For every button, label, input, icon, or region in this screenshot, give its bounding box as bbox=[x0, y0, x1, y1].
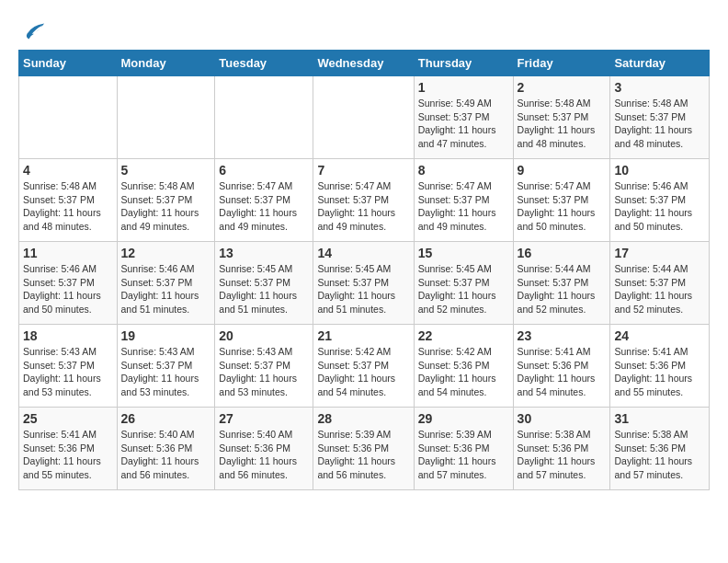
logo bbox=[18, 18, 46, 40]
calendar-cell: 11Sunrise: 5:46 AM Sunset: 5:37 PM Dayli… bbox=[19, 242, 118, 325]
day-number: 24 bbox=[614, 328, 705, 343]
day-info: Sunrise: 5:46 AM Sunset: 5:37 PM Dayligh… bbox=[614, 179, 705, 234]
day-number: 12 bbox=[121, 246, 211, 260]
day-info: Sunrise: 5:44 AM Sunset: 5:37 PM Dayligh… bbox=[614, 262, 705, 316]
day-number: 2 bbox=[518, 80, 607, 95]
day-info: Sunrise: 5:48 AM Sunset: 5:37 PM Dayligh… bbox=[23, 179, 113, 234]
day-number: 9 bbox=[518, 163, 607, 178]
calendar-cell: 31Sunrise: 5:38 AM Sunset: 5:36 PM Dayli… bbox=[610, 408, 710, 490]
day-number: 25 bbox=[23, 411, 113, 426]
day-number: 30 bbox=[518, 411, 607, 426]
day-info: Sunrise: 5:38 AM Sunset: 5:36 PM Dayligh… bbox=[518, 428, 607, 482]
calendar-cell: 20Sunrise: 5:43 AM Sunset: 5:37 PM Dayli… bbox=[215, 325, 313, 408]
day-number: 10 bbox=[614, 163, 705, 178]
day-header-friday: Friday bbox=[513, 51, 610, 76]
day-number: 27 bbox=[219, 411, 309, 426]
day-number: 4 bbox=[23, 163, 113, 178]
calendar-week-row: 11Sunrise: 5:46 AM Sunset: 5:37 PM Dayli… bbox=[19, 242, 710, 325]
day-number: 19 bbox=[121, 328, 211, 343]
day-info: Sunrise: 5:43 AM Sunset: 5:37 PM Dayligh… bbox=[121, 345, 211, 399]
day-info: Sunrise: 5:39 AM Sunset: 5:36 PM Dayligh… bbox=[418, 428, 509, 482]
calendar-cell: 26Sunrise: 5:40 AM Sunset: 5:36 PM Dayli… bbox=[117, 408, 215, 490]
day-info: Sunrise: 5:41 AM Sunset: 5:36 PM Dayligh… bbox=[23, 428, 113, 482]
day-info: Sunrise: 5:47 AM Sunset: 5:37 PM Dayligh… bbox=[518, 179, 607, 234]
calendar-cell bbox=[313, 76, 414, 159]
day-info: Sunrise: 5:43 AM Sunset: 5:37 PM Dayligh… bbox=[23, 345, 113, 399]
calendar-cell: 2Sunrise: 5:48 AM Sunset: 5:37 PM Daylig… bbox=[513, 76, 610, 159]
logo-bird-icon bbox=[20, 18, 46, 44]
day-info: Sunrise: 5:48 AM Sunset: 5:37 PM Dayligh… bbox=[518, 97, 607, 151]
day-number: 22 bbox=[418, 328, 509, 343]
calendar-cell: 3Sunrise: 5:48 AM Sunset: 5:37 PM Daylig… bbox=[610, 76, 710, 159]
calendar-cell: 30Sunrise: 5:38 AM Sunset: 5:36 PM Dayli… bbox=[513, 408, 610, 490]
day-number: 23 bbox=[518, 328, 607, 343]
day-number: 16 bbox=[518, 246, 607, 260]
day-number: 15 bbox=[418, 246, 509, 260]
calendar-week-row: 18Sunrise: 5:43 AM Sunset: 5:37 PM Dayli… bbox=[19, 325, 710, 408]
calendar-cell: 24Sunrise: 5:41 AM Sunset: 5:36 PM Dayli… bbox=[610, 325, 710, 408]
day-number: 6 bbox=[219, 163, 309, 178]
calendar-cell: 18Sunrise: 5:43 AM Sunset: 5:37 PM Dayli… bbox=[19, 325, 118, 408]
day-number: 1 bbox=[418, 80, 509, 95]
calendar-cell: 14Sunrise: 5:45 AM Sunset: 5:37 PM Dayli… bbox=[313, 242, 414, 325]
day-header-wednesday: Wednesday bbox=[313, 51, 414, 76]
day-number: 29 bbox=[418, 411, 509, 426]
calendar-cell: 22Sunrise: 5:42 AM Sunset: 5:36 PM Dayli… bbox=[414, 325, 513, 408]
day-header-monday: Monday bbox=[117, 51, 215, 76]
calendar-cell: 28Sunrise: 5:39 AM Sunset: 5:36 PM Dayli… bbox=[313, 408, 414, 490]
day-info: Sunrise: 5:48 AM Sunset: 5:37 PM Dayligh… bbox=[614, 97, 705, 151]
day-info: Sunrise: 5:45 AM Sunset: 5:37 PM Dayligh… bbox=[219, 262, 309, 316]
day-number: 7 bbox=[317, 163, 409, 178]
day-number: 5 bbox=[121, 163, 211, 178]
day-info: Sunrise: 5:41 AM Sunset: 5:36 PM Dayligh… bbox=[518, 345, 607, 399]
day-info: Sunrise: 5:44 AM Sunset: 5:37 PM Dayligh… bbox=[518, 262, 607, 316]
day-number: 18 bbox=[23, 328, 113, 343]
calendar-cell: 13Sunrise: 5:45 AM Sunset: 5:37 PM Dayli… bbox=[215, 242, 313, 325]
calendar-cell: 4Sunrise: 5:48 AM Sunset: 5:37 PM Daylig… bbox=[19, 159, 118, 242]
calendar-cell bbox=[19, 76, 118, 159]
day-info: Sunrise: 5:40 AM Sunset: 5:36 PM Dayligh… bbox=[219, 428, 309, 482]
calendar-cell: 15Sunrise: 5:45 AM Sunset: 5:37 PM Dayli… bbox=[414, 242, 513, 325]
calendar-week-row: 25Sunrise: 5:41 AM Sunset: 5:36 PM Dayli… bbox=[19, 408, 710, 490]
calendar-cell bbox=[117, 76, 215, 159]
calendar-cell: 6Sunrise: 5:47 AM Sunset: 5:37 PM Daylig… bbox=[215, 159, 313, 242]
calendar-cell: 8Sunrise: 5:47 AM Sunset: 5:37 PM Daylig… bbox=[414, 159, 513, 242]
calendar-header-row: SundayMondayTuesdayWednesdayThursdayFrid… bbox=[19, 51, 710, 76]
day-number: 14 bbox=[317, 246, 409, 260]
calendar-cell: 10Sunrise: 5:46 AM Sunset: 5:37 PM Dayli… bbox=[610, 159, 710, 242]
day-info: Sunrise: 5:48 AM Sunset: 5:37 PM Dayligh… bbox=[121, 179, 211, 234]
calendar-cell: 12Sunrise: 5:46 AM Sunset: 5:37 PM Dayli… bbox=[117, 242, 215, 325]
calendar-cell: 17Sunrise: 5:44 AM Sunset: 5:37 PM Dayli… bbox=[610, 242, 710, 325]
calendar-week-row: 1Sunrise: 5:49 AM Sunset: 5:37 PM Daylig… bbox=[19, 76, 710, 159]
day-header-saturday: Saturday bbox=[610, 51, 710, 76]
day-number: 20 bbox=[219, 328, 309, 343]
day-number: 8 bbox=[418, 163, 509, 178]
day-info: Sunrise: 5:46 AM Sunset: 5:37 PM Dayligh… bbox=[23, 262, 113, 316]
day-header-tuesday: Tuesday bbox=[215, 51, 313, 76]
day-info: Sunrise: 5:39 AM Sunset: 5:36 PM Dayligh… bbox=[317, 428, 409, 482]
day-number: 3 bbox=[614, 80, 705, 95]
day-info: Sunrise: 5:42 AM Sunset: 5:36 PM Dayligh… bbox=[418, 345, 509, 399]
day-info: Sunrise: 5:40 AM Sunset: 5:36 PM Dayligh… bbox=[121, 428, 211, 482]
day-number: 17 bbox=[614, 246, 705, 260]
calendar-cell: 21Sunrise: 5:42 AM Sunset: 5:37 PM Dayli… bbox=[313, 325, 414, 408]
day-info: Sunrise: 5:45 AM Sunset: 5:37 PM Dayligh… bbox=[418, 262, 509, 316]
calendar-cell: 29Sunrise: 5:39 AM Sunset: 5:36 PM Dayli… bbox=[414, 408, 513, 490]
calendar-cell: 25Sunrise: 5:41 AM Sunset: 5:36 PM Dayli… bbox=[19, 408, 118, 490]
day-info: Sunrise: 5:42 AM Sunset: 5:37 PM Dayligh… bbox=[317, 345, 409, 399]
day-number: 21 bbox=[317, 328, 409, 343]
day-info: Sunrise: 5:45 AM Sunset: 5:37 PM Dayligh… bbox=[317, 262, 409, 316]
calendar-cell: 27Sunrise: 5:40 AM Sunset: 5:36 PM Dayli… bbox=[215, 408, 313, 490]
day-info: Sunrise: 5:47 AM Sunset: 5:37 PM Dayligh… bbox=[219, 179, 309, 234]
day-info: Sunrise: 5:49 AM Sunset: 5:37 PM Dayligh… bbox=[418, 97, 509, 151]
day-header-thursday: Thursday bbox=[414, 51, 513, 76]
day-number: 11 bbox=[23, 246, 113, 260]
day-number: 26 bbox=[121, 411, 211, 426]
day-number: 13 bbox=[219, 246, 309, 260]
calendar-cell: 5Sunrise: 5:48 AM Sunset: 5:37 PM Daylig… bbox=[117, 159, 215, 242]
calendar-cell: 16Sunrise: 5:44 AM Sunset: 5:37 PM Dayli… bbox=[513, 242, 610, 325]
calendar-table: SundayMondayTuesdayWednesdayThursdayFrid… bbox=[18, 50, 710, 490]
day-info: Sunrise: 5:46 AM Sunset: 5:37 PM Dayligh… bbox=[121, 262, 211, 316]
calendar-week-row: 4Sunrise: 5:48 AM Sunset: 5:37 PM Daylig… bbox=[19, 159, 710, 242]
day-number: 31 bbox=[614, 411, 705, 426]
